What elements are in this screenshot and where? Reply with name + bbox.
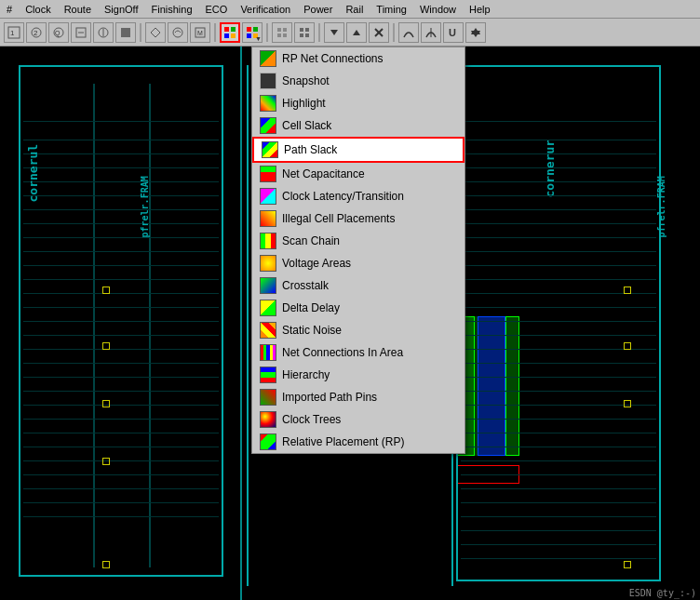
svg-rect-27 [300, 28, 303, 32]
menu-label-net-capacitance: Net Capacitance [282, 167, 365, 180]
menu-label-delta-delay: Delta Delay [282, 301, 340, 314]
menu-icon-imported-path [260, 389, 276, 406]
menu-item-imported-path[interactable]: Imported Path Pins [252, 386, 464, 408]
menu-signoff[interactable]: SignOff [101, 3, 141, 16]
menu-item-hierarchy[interactable]: Hierarchy [252, 364, 464, 386]
menu-item-net-conn-area[interactable]: Net Connections In Area [252, 341, 464, 364]
toolbar-sep-2 [214, 23, 216, 42]
menu-icon-voltage-areas [260, 255, 276, 272]
svg-marker-31 [330, 30, 338, 35]
svg-rect-17 [224, 33, 229, 38]
toolbar-sep-5 [393, 23, 395, 42]
toolbar-btn-arc2[interactable] [421, 22, 441, 43]
svg-text:1: 1 [10, 29, 15, 37]
menu-item-crosstalk[interactable]: Crosstalk [252, 274, 464, 297]
svg-text:2: 2 [34, 29, 38, 37]
toolbar-btn-8[interactable] [168, 22, 188, 43]
menu-label-illegal-cell: Illegal Cell Placements [282, 212, 395, 225]
menu-icon-hierarchy [260, 367, 276, 383]
menu-finishing[interactable]: Finishing [149, 3, 195, 16]
bottom-status: ESDN @ty_:-) [626, 586, 700, 600]
menu-verification[interactable]: Verification [237, 3, 293, 16]
menu-hash[interactable]: # [4, 3, 15, 16]
menu-item-relative-placement[interactable]: Relative Placement (RP) [252, 431, 464, 453]
menu-item-clock-trees[interactable]: Clock Trees [252, 408, 464, 431]
toolbar-btn-up[interactable] [346, 22, 367, 43]
menu-icon-clock-latency [260, 188, 276, 205]
dropdown-menu: RP Net ConnectionsSnapshotHighlightCell … [251, 47, 465, 454]
menu-label-static-noise: Static Noise [282, 324, 342, 337]
toolbar-btn-9[interactable]: M [190, 22, 210, 43]
menu-item-delta-delay[interactable]: Delta Delay [252, 297, 464, 319]
menu-item-cell-slack[interactable]: Cell Slack [252, 114, 464, 137]
svg-rect-20 [253, 27, 258, 32]
toolbar-btn-arc1[interactable] [398, 22, 419, 43]
menu-label-crosstalk: Crosstalk [282, 279, 329, 292]
svg-rect-24 [283, 28, 287, 32]
menu-window[interactable]: Window [417, 3, 459, 16]
svg-rect-23 [277, 28, 281, 32]
svg-rect-25 [277, 33, 281, 37]
toolbar-btn-6[interactable] [115, 22, 136, 43]
menu-icon-clock-trees [260, 411, 276, 428]
toolbar-btn-grid2[interactable] [294, 22, 315, 43]
toolbar-btn-3[interactable]: Q [48, 22, 69, 43]
menu-item-net-capacitance[interactable]: Net Capacitance [252, 163, 464, 185]
main-canvas: cornerul pfrelr.FRAM cornerur pfrelr.FRA… [0, 47, 700, 600]
menu-label-clock-latency: Clock Latency/Transition [282, 190, 404, 203]
menu-route[interactable]: Route [61, 3, 94, 16]
svg-rect-16 [231, 27, 236, 32]
menu-item-illegal-cell[interactable]: Illegal Cell Placements [252, 207, 464, 230]
menu-icon-highlight [260, 95, 276, 112]
toolbar-btn-4[interactable] [71, 22, 91, 43]
menu-item-path-slack[interactable]: Path Slack [252, 137, 464, 163]
svg-text:Q: Q [55, 30, 61, 37]
svg-rect-28 [305, 28, 309, 32]
toolbar-btn-1[interactable]: 1 [4, 22, 24, 43]
left-label-bottom: pfrelr.FRAM [140, 176, 150, 237]
svg-marker-11 [151, 28, 160, 37]
menu-help[interactable]: Help [466, 3, 493, 16]
menu-label-path-slack: Path Slack [284, 143, 337, 156]
svg-point-12 [173, 28, 182, 37]
toolbar-btn-7[interactable] [145, 22, 166, 43]
menu-item-rp-net[interactable]: RP Net Connections [252, 47, 464, 70]
menu-label-rp-net: RP Net Connections [282, 52, 384, 65]
menu-power[interactable]: Power [301, 3, 335, 16]
menu-icon-delta-delay [260, 300, 276, 316]
toolbar-btn-2[interactable]: 2 [26, 22, 47, 43]
toolbar-sep-3 [266, 23, 268, 42]
menu-icon-static-noise [260, 322, 276, 339]
menu-timing[interactable]: Timing [373, 3, 410, 16]
toolbar-btn-dropdown[interactable]: ▼ [242, 22, 262, 43]
menu-eco[interactable]: ECO [203, 3, 231, 16]
svg-rect-15 [224, 27, 229, 32]
menu-item-scan-chain[interactable]: Scan Chain [252, 230, 464, 252]
toolbar-btn-grid1[interactable] [272, 22, 292, 43]
svg-rect-18 [231, 33, 236, 38]
toolbar-btn-down[interactable] [324, 22, 344, 43]
toolbar-btn-5[interactable] [93, 22, 114, 43]
menu-clock[interactable]: Clock [22, 3, 54, 16]
svg-rect-30 [305, 33, 309, 37]
svg-rect-26 [283, 33, 287, 37]
svg-rect-19 [247, 27, 251, 32]
toolbar-btn-u[interactable]: U [443, 22, 464, 43]
menu-label-highlight: Highlight [282, 97, 326, 110]
menu-item-voltage-areas[interactable]: Voltage Areas [252, 252, 464, 274]
svg-marker-37 [471, 28, 480, 37]
menu-icon-rp-net [260, 50, 276, 67]
menu-item-static-noise[interactable]: Static Noise [252, 319, 464, 341]
menu-label-relative-placement: Relative Placement (RP) [282, 435, 404, 448]
menu-item-highlight[interactable]: Highlight [252, 92, 464, 114]
menu-item-snapshot[interactable]: Snapshot [252, 70, 464, 92]
menu-rail[interactable]: Rail [343, 3, 366, 16]
menu-item-clock-latency[interactable]: Clock Latency/Transition [252, 185, 464, 207]
menu-icon-net-capacitance [260, 166, 276, 182]
menu-icon-path-slack [262, 141, 278, 158]
toolbar-btn-active[interactable] [220, 22, 240, 43]
toolbar-btn-x[interactable] [369, 22, 389, 43]
svg-text:M: M [197, 30, 203, 36]
toolbar-btn-settings[interactable] [465, 22, 486, 43]
left-label-top: cornerul [26, 144, 40, 203]
